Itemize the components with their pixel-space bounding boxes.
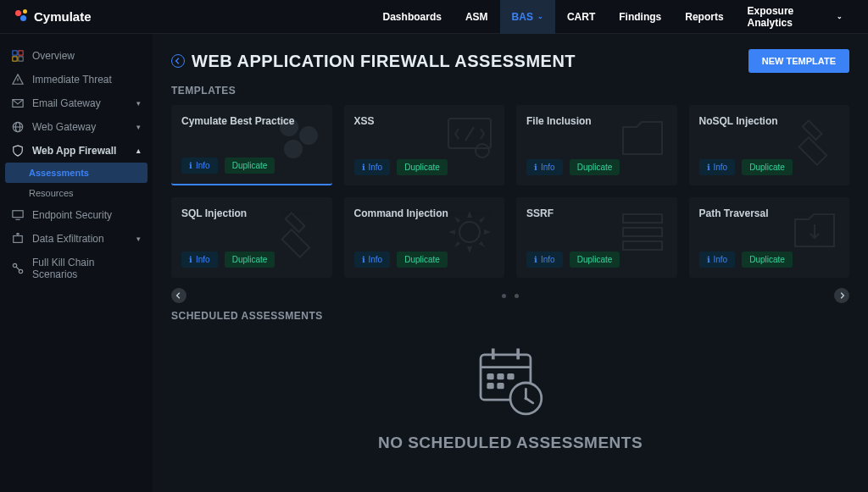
sidebar-item-web-gateway[interactable]: Web Gateway▾ <box>0 115 153 139</box>
sidebar-item-immediate-threat[interactable]: Immediate Threat <box>0 68 153 91</box>
sidebar-item-label: Email Gateway <box>32 97 101 109</box>
pager-next[interactable] <box>834 288 849 303</box>
sidebar-item-label: Data Exfiltration <box>32 233 104 245</box>
template-title: Command Injection <box>354 207 495 219</box>
chevron-down-icon: ⌄ <box>537 13 543 20</box>
template-card[interactable]: Command Injection ℹ Info Duplicate <box>344 197 505 278</box>
duplicate-button[interactable]: Duplicate <box>570 159 620 175</box>
sidebar-item-full-kill-chain-scenarios[interactable]: Full Kill Chain Scenarios <box>0 251 153 286</box>
svg-rect-32 <box>487 373 493 379</box>
info-button[interactable]: ℹ Info <box>181 158 218 174</box>
svg-rect-3 <box>19 57 23 61</box>
template-card[interactable]: SQL Injection ℹ Info Duplicate <box>171 197 332 278</box>
template-card[interactable]: NoSQL Injection ℹ Info Duplicate <box>689 105 850 185</box>
svg-rect-26 <box>623 228 662 236</box>
svg-rect-9 <box>13 211 23 218</box>
template-card[interactable]: Path Traversal ℹ Info Duplicate <box>689 197 850 278</box>
topnav-item-reports[interactable]: Reports <box>673 0 735 37</box>
new-template-button[interactable]: NEW TEMPLATE <box>748 49 849 73</box>
sidebar: OverviewImmediate ThreatEmail Gateway▾We… <box>0 34 153 492</box>
alert-icon <box>12 74 24 86</box>
template-card[interactable]: SSRF ℹ Info Duplicate <box>516 197 677 278</box>
topbar: Cymulate DashboardsASMBAS⌄CARTFindingsRe… <box>0 0 868 34</box>
svg-rect-35 <box>487 383 493 389</box>
duplicate-button[interactable]: Duplicate <box>742 159 793 175</box>
info-button[interactable]: ℹ Info <box>354 159 391 175</box>
info-icon: ℹ <box>534 163 537 172</box>
sidebar-sub-assessments[interactable]: Assessments <box>5 163 147 183</box>
info-icon: ℹ <box>189 255 192 264</box>
chain-icon <box>12 263 24 274</box>
sidebar-item-overview[interactable]: Overview <box>0 44 153 68</box>
chevron-down-icon: ⌄ <box>837 13 843 20</box>
svg-point-16 <box>299 126 318 145</box>
svg-point-17 <box>284 140 303 158</box>
template-title: SSRF <box>526 207 667 219</box>
brand-name: Cymulate <box>34 9 92 24</box>
info-button[interactable]: ℹ Info <box>354 252 391 268</box>
topnav-item-bas[interactable]: BAS⌄ <box>500 0 555 37</box>
svg-point-19 <box>476 144 489 158</box>
svg-rect-11 <box>14 236 23 243</box>
svg-rect-30 <box>492 349 495 360</box>
svg-point-13 <box>19 269 22 273</box>
brand-logo[interactable]: Cymulate <box>14 9 92 25</box>
info-button[interactable]: ℹ Info <box>526 159 563 175</box>
topnav-item-exposure-analytics[interactable]: Exposure Analytics⌄ <box>736 0 854 37</box>
template-title: XSS <box>354 115 495 127</box>
sidebar-item-data-exfiltration[interactable]: Data Exfiltration▾ <box>0 227 153 251</box>
globe-icon <box>12 121 24 133</box>
pager-prev[interactable] <box>171 288 186 303</box>
shield-icon <box>12 145 24 157</box>
duplicate-button[interactable]: Duplicate <box>742 252 793 268</box>
top-nav: DashboardsASMBAS⌄CARTFindingsReportsExpo… <box>371 0 854 37</box>
duplicate-button[interactable]: Duplicate <box>397 252 448 268</box>
sidebar-item-label: Web Gateway <box>32 121 96 133</box>
template-card[interactable]: File Inclusion ℹ Info Duplicate <box>516 105 677 185</box>
info-button[interactable]: ℹ Info <box>526 252 563 268</box>
info-button[interactable]: ℹ Info <box>181 252 218 268</box>
template-card[interactable]: Cymulate Best Practice ℹ Info Duplicate <box>171 105 332 185</box>
templates-grid: Cymulate Best Practice ℹ Info Duplicate … <box>171 105 849 278</box>
svg-rect-0 <box>13 51 17 55</box>
templates-label: TEMPLATES <box>171 85 849 97</box>
scheduled-label: SCHEDULED ASSESSMENTS <box>171 310 849 322</box>
svg-point-12 <box>13 263 16 267</box>
topnav-item-findings[interactable]: Findings <box>607 0 673 37</box>
topnav-item-dashboards[interactable]: Dashboards <box>371 0 453 37</box>
duplicate-button[interactable]: Duplicate <box>570 252 620 268</box>
info-icon: ℹ <box>362 163 365 172</box>
duplicate-button[interactable]: Duplicate <box>225 158 275 174</box>
calendar-clock-icon <box>471 344 549 422</box>
info-button[interactable]: ℹ Info <box>699 159 736 175</box>
duplicate-button[interactable]: Duplicate <box>225 252 275 268</box>
chevron-left-icon <box>175 292 182 299</box>
template-title: NoSQL Injection <box>699 115 840 127</box>
pager-dot[interactable] <box>515 294 519 298</box>
overview-icon <box>12 50 24 62</box>
svg-point-40 <box>525 397 528 401</box>
sidebar-item-email-gateway[interactable]: Email Gateway▾ <box>0 91 153 115</box>
sidebar-item-endpoint-security[interactable]: Endpoint Security <box>0 203 153 227</box>
template-title: Cymulate Best Practice <box>181 115 322 127</box>
exfil-icon <box>12 233 24 245</box>
mail-icon <box>12 97 24 109</box>
template-card[interactable]: XSS ℹ Info Duplicate <box>344 105 505 185</box>
svg-rect-34 <box>507 373 514 379</box>
sidebar-item-web-app-firewall[interactable]: Web App Firewall▴ <box>0 139 153 163</box>
svg-rect-36 <box>497 383 504 389</box>
back-button[interactable] <box>171 54 185 68</box>
duplicate-button[interactable]: Duplicate <box>397 159 448 175</box>
topnav-item-cart[interactable]: CART <box>555 0 607 37</box>
empty-state-title: NO SCHEDULED ASSESSMENTS <box>171 434 849 452</box>
main-content: WEB APPLICATION FIREWALL ASSESSMENT NEW … <box>153 34 868 492</box>
info-button[interactable]: ℹ Info <box>699 252 736 268</box>
info-icon: ℹ <box>189 161 192 170</box>
topnav-item-asm[interactable]: ASM <box>453 0 500 37</box>
info-icon: ℹ <box>707 163 710 172</box>
caret-down-icon: ▾ <box>136 235 141 243</box>
sidebar-sub-resources[interactable]: Resources <box>0 183 153 203</box>
svg-point-24 <box>459 222 480 242</box>
page-title: WEB APPLICATION FIREWALL ASSESSMENT <box>192 52 576 71</box>
pager-dot[interactable] <box>502 294 506 298</box>
